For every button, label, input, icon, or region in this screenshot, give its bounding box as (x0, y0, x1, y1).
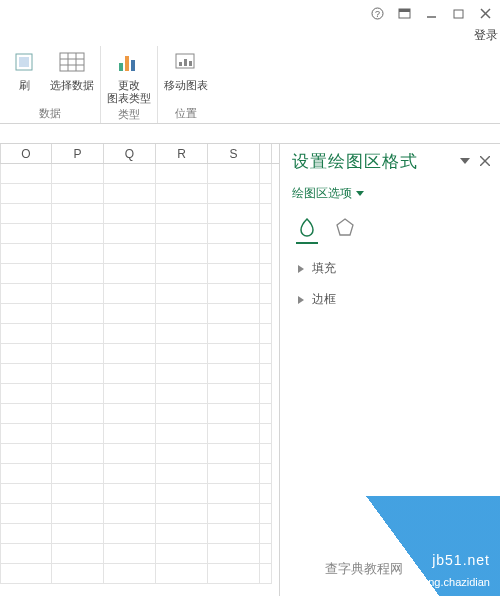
cell[interactable] (52, 504, 104, 524)
cell[interactable] (0, 444, 52, 464)
column-header[interactable]: R (156, 144, 208, 163)
border-section-toggle[interactable]: 边框 (298, 291, 490, 308)
cell[interactable] (156, 244, 208, 264)
cell[interactable] (52, 264, 104, 284)
cell[interactable] (208, 404, 260, 424)
cell[interactable] (156, 184, 208, 204)
cell[interactable] (104, 404, 156, 424)
cell[interactable] (52, 424, 104, 444)
cell[interactable] (104, 524, 156, 544)
cell[interactable] (260, 324, 272, 344)
cell[interactable] (208, 424, 260, 444)
cell[interactable] (104, 264, 156, 284)
cell[interactable] (208, 504, 260, 524)
cell[interactable] (52, 324, 104, 344)
cell[interactable] (156, 444, 208, 464)
cell[interactable] (0, 324, 52, 344)
formula-bar[interactable] (0, 124, 500, 144)
cell[interactable] (104, 164, 156, 184)
column-header[interactable]: O (0, 144, 52, 163)
cell[interactable] (104, 444, 156, 464)
cell[interactable] (104, 184, 156, 204)
cell[interactable] (260, 564, 272, 584)
cell[interactable] (208, 384, 260, 404)
cell[interactable] (156, 504, 208, 524)
cell[interactable] (52, 464, 104, 484)
cell[interactable] (260, 484, 272, 504)
cell[interactable] (52, 404, 104, 424)
cell[interactable] (0, 164, 52, 184)
cell[interactable] (104, 204, 156, 224)
cell[interactable] (156, 324, 208, 344)
cell[interactable] (260, 444, 272, 464)
cell[interactable] (52, 564, 104, 584)
cell[interactable] (260, 504, 272, 524)
pane-options-dropdown[interactable]: 绘图区选项 (292, 185, 490, 202)
cell[interactable] (52, 524, 104, 544)
cell[interactable] (0, 424, 52, 444)
cell[interactable] (0, 264, 52, 284)
cell[interactable] (208, 224, 260, 244)
cell[interactable] (0, 204, 52, 224)
column-header[interactable]: Q (104, 144, 156, 163)
column-header[interactable] (260, 144, 272, 163)
cell[interactable] (208, 244, 260, 264)
cell[interactable] (104, 244, 156, 264)
cell[interactable] (260, 364, 272, 384)
cell[interactable] (156, 364, 208, 384)
cell[interactable] (208, 544, 260, 564)
cell[interactable] (260, 204, 272, 224)
cell[interactable] (260, 424, 272, 444)
cell[interactable] (156, 564, 208, 584)
column-header[interactable]: S (208, 144, 260, 163)
cell[interactable] (208, 264, 260, 284)
help-icon[interactable]: ? (371, 7, 384, 20)
cell[interactable] (52, 284, 104, 304)
cell[interactable] (0, 484, 52, 504)
cell[interactable] (208, 444, 260, 464)
cell[interactable] (260, 524, 272, 544)
cell[interactable] (0, 284, 52, 304)
column-header[interactable]: P (52, 144, 104, 163)
cell[interactable] (156, 404, 208, 424)
cell[interactable] (156, 544, 208, 564)
cell[interactable] (156, 304, 208, 324)
cell[interactable] (0, 384, 52, 404)
cell[interactable] (104, 324, 156, 344)
cell[interactable] (104, 504, 156, 524)
cell[interactable] (208, 524, 260, 544)
cell[interactable] (0, 364, 52, 384)
cell[interactable] (208, 564, 260, 584)
cell[interactable] (52, 244, 104, 264)
pane-close-icon[interactable] (480, 154, 490, 169)
select-data-button[interactable]: 选择数据 (48, 48, 96, 92)
cell[interactable] (156, 164, 208, 184)
cell[interactable] (208, 284, 260, 304)
cell[interactable] (260, 464, 272, 484)
cell[interactable] (260, 384, 272, 404)
restore-icon[interactable] (452, 7, 465, 20)
cell[interactable] (0, 564, 52, 584)
cell[interactable] (0, 344, 52, 364)
cell[interactable] (260, 404, 272, 424)
cell[interactable] (156, 384, 208, 404)
cell[interactable] (0, 244, 52, 264)
cell[interactable] (0, 404, 52, 424)
change-chart-type-button[interactable]: 更改 图表类型 (105, 48, 153, 105)
cell[interactable] (52, 544, 104, 564)
cell[interactable] (260, 304, 272, 324)
cell[interactable] (0, 504, 52, 524)
cell[interactable] (104, 564, 156, 584)
cell[interactable] (52, 204, 104, 224)
cell[interactable] (156, 224, 208, 244)
cell[interactable] (156, 204, 208, 224)
cell[interactable] (156, 284, 208, 304)
cell[interactable] (104, 464, 156, 484)
cell[interactable] (156, 424, 208, 444)
sign-in-link[interactable]: 登录 (474, 27, 498, 44)
cell[interactable] (208, 484, 260, 504)
cell[interactable] (156, 264, 208, 284)
cell[interactable] (156, 344, 208, 364)
ribbon-display-options-icon[interactable] (398, 7, 411, 20)
cell[interactable] (208, 164, 260, 184)
